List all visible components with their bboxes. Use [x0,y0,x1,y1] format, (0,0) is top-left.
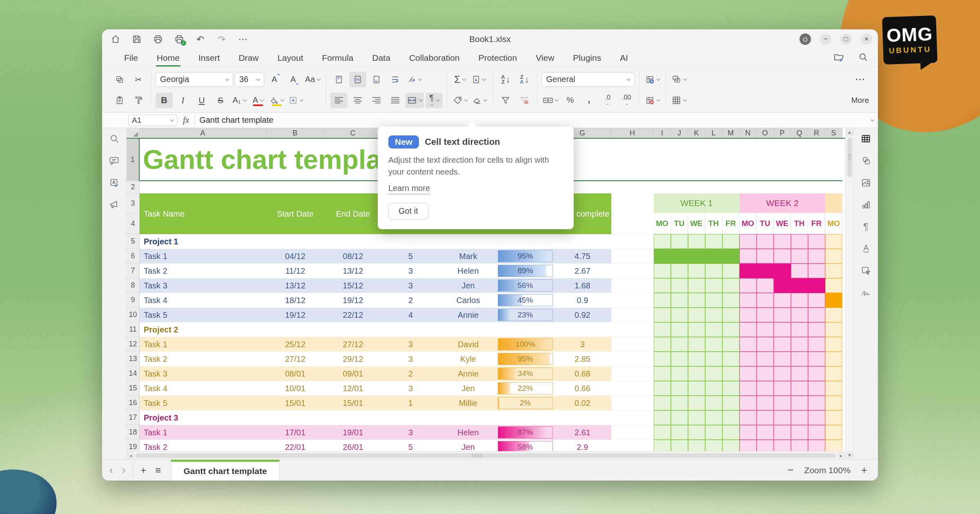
gantt-cell[interactable] [808,337,825,352]
format-painter-button[interactable] [130,93,147,108]
gantt-cell[interactable] [757,440,774,451]
cell[interactable]: Task 1 [140,249,266,264]
menu-item-plugins[interactable]: Plugins [572,51,602,65]
gantt-cell[interactable] [654,234,671,249]
row-header-2[interactable]: 2 [127,181,140,193]
gantt-cell[interactable] [654,293,671,308]
cell[interactable]: 13/12 [324,264,382,278]
gantt-cell[interactable] [825,381,842,396]
gantt-cell[interactable] [688,440,705,451]
filter-button[interactable] [497,93,514,108]
feedback-icon[interactable] [109,199,120,210]
cell[interactable] [266,234,324,249]
row-header-12[interactable]: 12 [127,337,140,352]
gantt-cell[interactable] [722,308,739,322]
gantt-cell[interactable] [654,337,671,352]
gantt-cell[interactable] [774,410,791,425]
gantt-cell[interactable] [671,308,688,322]
row-header-5[interactable]: 5 [127,234,140,249]
percentage-cell[interactable]: 89% [497,264,554,278]
percentage-cell[interactable]: 95% [497,249,554,264]
increase-decimal-button[interactable]: .00→ [618,93,635,108]
row-header-15[interactable]: 15 [127,381,140,396]
gantt-cell[interactable] [671,366,688,381]
gantt-cell[interactable] [671,425,688,440]
cell[interactable] [382,234,439,249]
sort-descending-button[interactable]: ZA↓ [516,72,533,87]
gantt-cell[interactable] [671,264,688,278]
cell[interactable]: Jen [439,440,497,451]
cell[interactable] [324,410,382,425]
comma-style-button[interactable]: , [580,93,597,108]
gantt-cell[interactable] [825,322,842,337]
gantt-cell[interactable] [671,293,688,308]
borders-button[interactable] [287,93,305,108]
gantt-cell[interactable] [825,352,842,366]
gantt-cell[interactable] [739,278,757,293]
gantt-cell[interactable] [688,234,705,249]
gantt-cell[interactable] [825,234,842,249]
row-header-11[interactable]: 11 [127,322,140,337]
gantt-cell[interactable] [774,381,791,396]
menu-item-protection[interactable]: Protection [478,51,518,65]
gantt-cell[interactable] [705,308,722,322]
cell[interactable]: 0.02 [554,396,611,410]
cell[interactable] [554,410,611,425]
scroll-up-icon[interactable]: ▲ [846,129,853,135]
gantt-cell-filled[interactable] [808,278,825,293]
font-color-button[interactable]: A [249,93,267,108]
gantt-cell[interactable] [791,381,808,396]
gantt-cell[interactable] [774,366,791,381]
gantt-cell-filled[interactable] [671,249,688,264]
gantt-cell[interactable] [705,264,722,278]
column-header-S[interactable]: S [825,128,842,138]
merge-center-button[interactable] [405,93,424,108]
gantt-cell[interactable] [688,278,705,293]
gantt-cell[interactable] [739,410,757,425]
horizontal-scroll-thumb[interactable] [136,453,836,458]
row-header-10[interactable]: 10 [127,308,140,322]
gantt-cell[interactable] [739,322,757,337]
gantt-cell[interactable] [705,396,722,410]
cell[interactable]: 0.92 [554,308,611,322]
gantt-cell[interactable] [722,293,739,308]
number-format-select[interactable]: General [541,72,635,87]
gantt-cell[interactable] [688,352,705,366]
gantt-cell[interactable] [705,366,722,381]
cell[interactable]: Mark [439,249,497,264]
cell[interactable]: Helen [439,264,497,278]
day-header[interactable]: TU [757,213,774,234]
formula-bar-expand-icon[interactable] [871,117,875,122]
gantt-cell[interactable] [791,440,808,451]
sheet-list-icon[interactable]: ≡ [155,465,161,476]
cell[interactable]: Task 2 [140,352,266,366]
gantt-cell[interactable] [671,352,688,366]
gantt-cell[interactable] [654,352,671,366]
cell[interactable]: 29/12 [324,352,382,366]
align-right-button[interactable] [368,93,385,108]
cell[interactable]: 13/12 [266,278,324,293]
autosum-button[interactable]: Σ [451,72,468,87]
percentage-cell[interactable]: 23% [497,308,554,322]
align-bottom-button[interactable] [368,72,385,87]
gantt-cell[interactable] [654,308,671,322]
gantt-cell[interactable] [808,293,825,308]
gantt-cell[interactable] [757,410,774,425]
cell[interactable] [324,322,382,337]
gantt-cell[interactable] [688,308,705,322]
prev-sheet-icon[interactable]: ‹ [109,464,113,476]
gantt-cell[interactable] [671,278,688,293]
cell[interactable]: Carlos [439,293,497,308]
cell[interactable]: 3 [382,352,439,366]
cell[interactable] [439,322,497,337]
cell[interactable]: Task 2 [140,264,266,278]
gantt-cell[interactable] [722,396,739,410]
spellcheck-icon[interactable] [109,177,120,188]
blank-cell[interactable] [611,278,654,293]
gantt-cell[interactable] [808,410,825,425]
open-file-icon[interactable] [834,52,844,64]
named-ranges-button[interactable] [451,93,469,108]
cell[interactable]: 0.66 [554,381,611,396]
column-header-N[interactable]: N [739,128,757,138]
gantt-cell[interactable] [654,410,671,425]
